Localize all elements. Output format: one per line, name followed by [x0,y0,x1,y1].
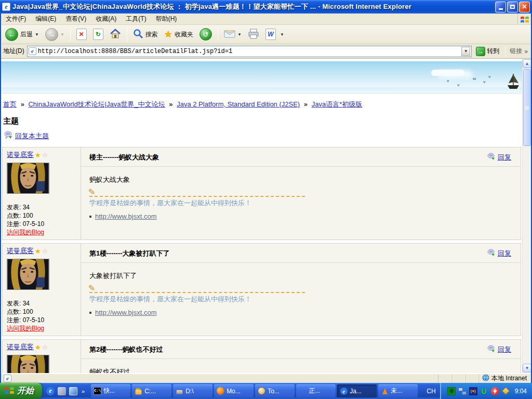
gold-diamond-icon[interactable] [502,387,510,395]
reply-post-link[interactable]: 回复 [498,153,511,162]
user-panel: 诺曼底客 ★ ☆ [3,244,81,336]
favorites-button[interactable]: ★ 收藏夹 [162,28,195,41]
network-connection-icon[interactable] [458,387,467,395]
mail-dropdown-icon[interactable]: ▼ [237,32,242,37]
task-button-folder-c[interactable]: C:... [132,384,171,397]
task-button-cmd[interactable]: C:\ 快... [91,384,130,397]
scroll-down-button[interactable]: ▼ [523,364,531,373]
back-icon: ← [5,28,18,41]
menu-edit[interactable]: 编辑(E) [31,13,61,25]
ie-page-icon: e [2,3,10,11]
lightning-app-icon[interactable] [491,387,499,395]
reply-topic-link[interactable]: 回复本主题 [15,131,49,141]
visit-blog-link[interactable]: 访问我的Blog [7,325,44,332]
ie-quicklaunch-icon[interactable]: e [46,387,55,395]
post-content-panel: 楼主-------蚂蚁大战大象 [81,148,521,240]
task-button-firefox[interactable]: Mo... [214,384,254,397]
signature-url-link[interactable]: http://www.bjsxt.com [95,309,156,316]
close-button[interactable]: ✕ [519,2,530,12]
security-zone-label: 本地 Intranet [491,374,527,383]
go-button[interactable]: → 转到 [474,46,501,57]
breadcrumb-separator: » [304,100,308,108]
breadcrumb-section-link[interactable]: Java 2 Platform, Standard Edition (J2SE) [177,100,300,108]
menu-view[interactable]: 查看(V) [61,13,91,25]
links-chevron-icon[interactable]: » [524,48,528,55]
links-bar[interactable]: 链接 » [510,47,529,56]
scroll-up-button[interactable]: ▲ [523,59,531,68]
winrar-icon [299,387,307,395]
username-link[interactable]: 诺曼底客 [7,342,34,352]
refresh-button[interactable]: ↻ [91,28,105,41]
print-button[interactable] [246,28,261,42]
reply-bubble-icon [4,131,12,141]
tomcat-icon [258,387,265,395]
menu-favorites[interactable]: 收藏(A) [91,13,121,25]
breadcrumb-forum-link[interactable]: ChinaJavaWorld技术论坛|Java世界_中文论坛 [28,100,165,108]
user-avatar [7,355,49,373]
mail-button[interactable]: ▼ [222,29,244,41]
vertical-scrollbar[interactable]: ▲ ▼ [522,59,531,373]
messenger-quicklaunch-icon[interactable] [58,387,66,395]
forward-icon: → [45,28,58,41]
status-bar: e 本地 Intranet [1,373,531,383]
edit-button[interactable]: W [263,28,278,41]
menu-file[interactable]: 文件(F) [1,13,31,25]
task-button-tomcat[interactable]: To... [255,384,295,397]
bird-icon: v [483,81,485,84]
stat-points-value: 100 [23,212,33,219]
show-desktop-icon[interactable] [69,387,77,395]
minimize-button[interactable] [495,2,506,12]
ultraedit-icon[interactable]: U [480,387,488,395]
wireless-signal-icon[interactable]: (●) [469,387,477,395]
clock[interactable]: 9:04 [513,388,527,395]
back-dropdown-icon[interactable]: ▼ [35,32,39,37]
post-title: 楼主-------蚂蚁大战大象 [89,153,159,162]
restore-button[interactable] [507,2,518,12]
visit-blog-link[interactable]: 访问我的Blog [7,229,44,236]
reply-post-link[interactable]: 回复 [498,249,511,258]
toolbar-options-icon[interactable]: ▼ [280,32,284,37]
search-button[interactable]: 搜索 [131,28,160,42]
username-link[interactable]: 诺曼底客 [7,246,34,256]
reply-post-link[interactable]: 回复 [498,345,511,354]
home-button[interactable] [108,28,123,42]
forward-button[interactable]: → ▼ [43,27,66,42]
star-empty-icon: ☆ [42,343,48,351]
back-button[interactable]: ← 后退 ▼ [3,27,41,42]
stat-posts-value: 34 [23,300,30,307]
status-pane [451,375,465,382]
history-button[interactable]: ↺ [197,27,214,42]
star-filled-icon: ★ [35,151,41,159]
quick-launch-bar: e » [42,383,90,399]
signature-divider [89,292,305,293]
address-field[interactable]: e ▼ [27,46,472,57]
task-button-drive-d[interactable]: D:\ [173,384,212,397]
language-indicator[interactable]: CH [422,383,440,399]
address-dropdown-button[interactable]: ▼ [461,47,470,56]
star-filled-icon: ★ [35,343,41,351]
address-input[interactable] [38,48,462,55]
forward-dropdown-icon: ▼ [60,32,64,37]
task-button-ie-active[interactable]: e Ja... [337,384,377,397]
task-button-winrar[interactable]: 正... [296,384,336,397]
quicklaunch-overflow-chevron[interactable]: » [81,388,86,394]
tray-green-app-icon[interactable] [447,387,456,395]
favorites-star-icon: ★ [164,29,172,40]
breadcrumb-home-link[interactable]: 首页 [3,100,17,108]
stop-button[interactable]: ✕ [74,28,89,41]
username-link[interactable]: 诺曼底客 [7,150,34,159]
task-label: Mo... [227,388,241,395]
menu-help[interactable]: 帮助(H) [151,13,182,25]
task-button-untitled[interactable]: 未... [378,384,418,397]
breadcrumb-board-link[interactable]: Java语言*初级版 [312,100,363,108]
scrollbar-thumb[interactable] [523,69,531,146]
post-body: 大象被打趴下了 [81,263,521,281]
security-zone: 本地 Intranet [478,374,530,383]
breadcrumb-separator: » [169,100,172,108]
signature-url-link[interactable]: http://www.bjsxt.com [95,212,156,220]
task-label: 未... [391,387,402,395]
start-button[interactable]: 开始 [0,383,42,399]
stat-registered-label: 注册: [7,220,21,228]
menu-tools[interactable]: 工具(T) [121,13,151,25]
toolbar-separator [218,27,218,42]
